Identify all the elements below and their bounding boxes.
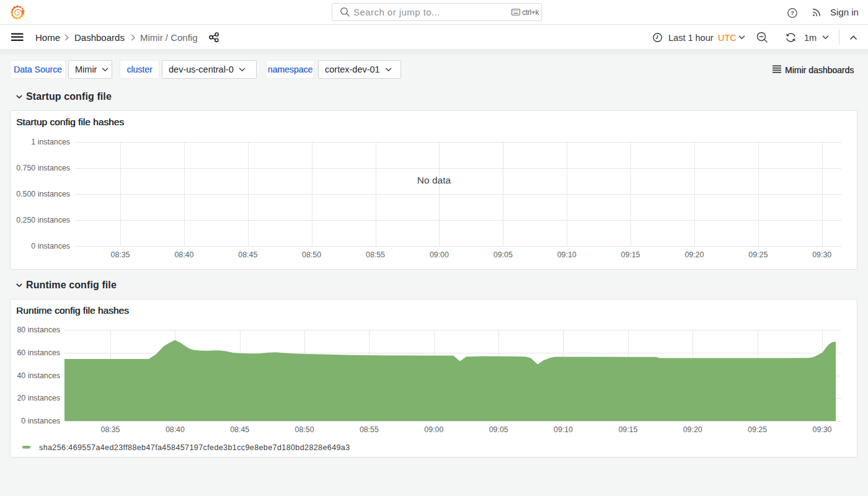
svg-text:09:00: 09:00 <box>424 425 443 434</box>
svg-text:08:55: 08:55 <box>366 250 385 259</box>
svg-text:40 instances: 40 instances <box>17 371 60 380</box>
svg-text:0.250 instances: 0.250 instances <box>16 216 70 224</box>
svg-text:09:25: 09:25 <box>748 425 767 434</box>
svg-text:1 instances: 1 instances <box>31 138 70 146</box>
svg-text:08:50: 08:50 <box>302 250 321 259</box>
svg-text:09:25: 09:25 <box>748 250 768 259</box>
svg-text:09:00: 09:00 <box>430 250 449 259</box>
svg-text:08:40: 08:40 <box>174 250 193 259</box>
svg-text:09:10: 09:10 <box>554 425 573 434</box>
svg-text:0.750 instances: 0.750 instances <box>16 164 70 172</box>
svg-text:08:35: 08:35 <box>110 250 130 259</box>
svg-text:09:05: 09:05 <box>489 425 508 434</box>
svg-text:80 instances: 80 instances <box>17 326 60 334</box>
svg-text:08:35: 08:35 <box>100 425 120 434</box>
svg-text:09:15: 09:15 <box>618 425 637 434</box>
svg-text:0 instances: 0 instances <box>21 417 60 425</box>
svg-text:09:10: 09:10 <box>557 250 577 259</box>
svg-text:09:20: 09:20 <box>683 425 702 434</box>
svg-text:?: ? <box>790 9 794 16</box>
svg-text:08:55: 08:55 <box>360 425 379 434</box>
svg-text:09:30: 09:30 <box>812 250 831 259</box>
svg-text:0.500 instances: 0.500 instances <box>16 190 70 198</box>
svg-text:08:40: 08:40 <box>166 425 185 434</box>
svg-text:08:50: 08:50 <box>295 425 314 434</box>
svg-text:09:30: 09:30 <box>812 425 831 434</box>
svg-text:08:45: 08:45 <box>230 425 249 434</box>
svg-text:09:05: 09:05 <box>494 250 513 259</box>
svg-text:09:15: 09:15 <box>621 250 640 259</box>
svg-text:08:45: 08:45 <box>238 250 257 259</box>
svg-text:20 instances: 20 instances <box>17 394 60 402</box>
svg-text:60 instances: 60 instances <box>17 348 60 357</box>
svg-text:sha256:469557a4ed23ff88eb47fa4: sha256:469557a4ed23ff88eb47fa458457197cf… <box>39 443 350 452</box>
svg-text:09:20: 09:20 <box>684 250 704 259</box>
svg-text:No data: No data <box>417 175 451 185</box>
svg-text:0 instances: 0 instances <box>31 242 70 250</box>
